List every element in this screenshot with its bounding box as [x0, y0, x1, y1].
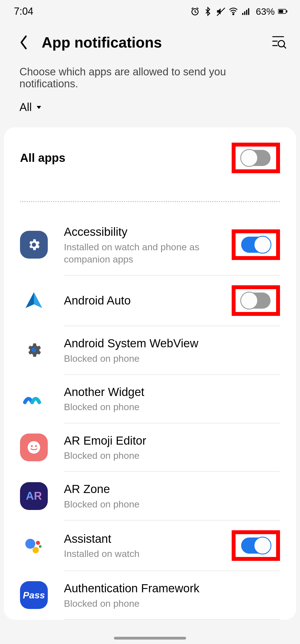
svg-point-24 [39, 545, 42, 548]
highlight-box [232, 229, 280, 260]
chevron-down-icon [36, 104, 42, 111]
wifi-icon [229, 7, 238, 16]
app-sub: Installed on watch [64, 548, 232, 560]
svg-rect-3 [242, 13, 243, 15]
app-row-assistant[interactable]: Assistant Installed on watch [4, 521, 296, 571]
all-apps-row[interactable]: All apps [4, 127, 296, 189]
dotted-separator [20, 201, 280, 202]
app-icon-accessibility [20, 231, 48, 259]
gear-icon [25, 341, 43, 359]
app-icon-auth-framework: Pass [20, 581, 48, 609]
wave-icon [23, 393, 45, 404]
face-icon [26, 439, 42, 456]
app-row-ar-emoji[interactable]: AR Emoji Editor Blocked on phone [4, 423, 296, 472]
battery-icon [278, 7, 288, 16]
app-text: Another Widget Blocked on phone [64, 385, 280, 413]
app-text: AR Emoji Editor Blocked on phone [64, 433, 280, 462]
app-row-another-widget[interactable]: Another Widget Blocked on phone [4, 375, 296, 423]
all-apps-label: All apps [20, 151, 65, 165]
filter-label: All [19, 101, 32, 113]
app-name: Authentication Framework [64, 581, 280, 596]
app-toggle-android-auto[interactable] [241, 293, 271, 309]
app-text: AR Zone Blocked on phone [64, 482, 280, 510]
app-text: Assistant Installed on watch [64, 531, 232, 560]
search-button[interactable] [271, 35, 286, 50]
all-apps-toggle[interactable] [241, 150, 271, 166]
app-sub: Installed on watch and phone as companio… [64, 241, 232, 265]
svg-point-21 [35, 445, 37, 447]
status-bar: 7:04 63% [0, 0, 300, 20]
back-button[interactable] [18, 35, 29, 50]
bluetooth-icon [203, 7, 212, 16]
svg-point-20 [31, 445, 33, 447]
app-text: Android Auto [64, 293, 232, 308]
app-sub: Blocked on phone [64, 352, 280, 365]
page-subtitle: Choose which apps are allowed to send yo… [0, 59, 300, 101]
app-name: Another Widget [64, 385, 280, 400]
app-icon-ar-zone: AR [20, 482, 48, 510]
app-sub: Blocked on phone [64, 597, 280, 610]
app-text: Accessibility Installed on watch and pho… [64, 224, 232, 265]
nav-pill[interactable] [114, 637, 186, 640]
app-toggle-accessibility[interactable] [241, 237, 271, 253]
app-row-auth-framework[interactable]: Pass Authentication Framework Blocked on… [4, 571, 296, 619]
app-list-card: All apps Accessibility Installed on watc… [4, 127, 296, 620]
app-icon-android-auto [20, 287, 48, 314]
svg-rect-8 [279, 10, 283, 13]
app-toggle-assistant[interactable] [241, 538, 271, 554]
app-text: Android System WebView Blocked on phone [64, 336, 280, 365]
android-auto-icon [23, 289, 45, 312]
app-name: Assistant [64, 531, 232, 547]
app-icon-ar-emoji [20, 434, 48, 461]
svg-marker-17 [26, 292, 34, 308]
app-sub: Blocked on phone [64, 401, 280, 413]
ar-text-icon: AR [26, 490, 42, 502]
highlight-box [232, 143, 280, 173]
alarm-icon [190, 7, 200, 16]
app-row-accessibility[interactable]: Accessibility Installed on watch and pho… [4, 215, 296, 275]
app-row-android-auto[interactable]: Android Auto [4, 276, 296, 326]
status-battery-text: 63% [256, 6, 275, 17]
highlight-box [232, 530, 280, 561]
app-name: AR Zone [64, 482, 280, 497]
svg-marker-15 [37, 106, 41, 109]
svg-point-22 [25, 539, 35, 549]
page-title: App notifications [42, 34, 271, 51]
pass-text-icon: Pass [23, 590, 45, 601]
app-row-asw[interactable]: Android System WebView Blocked on phone [4, 326, 296, 374]
svg-point-18 [31, 348, 36, 353]
app-name: AR Emoji Editor [64, 433, 280, 449]
filter-dropdown[interactable]: All [0, 101, 42, 127]
app-icon-another-widget [20, 385, 48, 413]
page-header: App notifications [0, 20, 300, 59]
svg-rect-4 [244, 11, 245, 15]
assistant-dots-icon [23, 535, 45, 556]
app-row-ar-zone[interactable]: AR AR Zone Blocked on phone [4, 472, 296, 520]
app-sub: Blocked on phone [64, 498, 280, 510]
status-time: 7:04 [14, 6, 33, 17]
gear-icon [27, 237, 41, 252]
svg-rect-5 [246, 10, 247, 15]
app-icon-assistant [20, 532, 48, 559]
mute-icon [216, 7, 225, 16]
row-divider [64, 619, 280, 620]
app-name: Android System WebView [64, 336, 280, 351]
signal-icon [241, 7, 251, 16]
highlight-box [232, 285, 280, 316]
svg-point-2 [233, 14, 234, 15]
app-name: Android Auto [64, 293, 232, 308]
app-name: Accessibility [64, 224, 232, 240]
svg-point-19 [28, 441, 40, 454]
svg-rect-9 [286, 10, 287, 13]
status-right: 63% [190, 6, 288, 17]
svg-point-23 [36, 541, 40, 545]
app-sub: Blocked on phone [64, 449, 280, 462]
app-text: Authentication Framework Blocked on phon… [64, 581, 280, 610]
svg-line-14 [284, 46, 286, 48]
app-icon-asw [20, 336, 48, 364]
svg-rect-6 [248, 8, 249, 15]
svg-point-25 [32, 547, 39, 553]
